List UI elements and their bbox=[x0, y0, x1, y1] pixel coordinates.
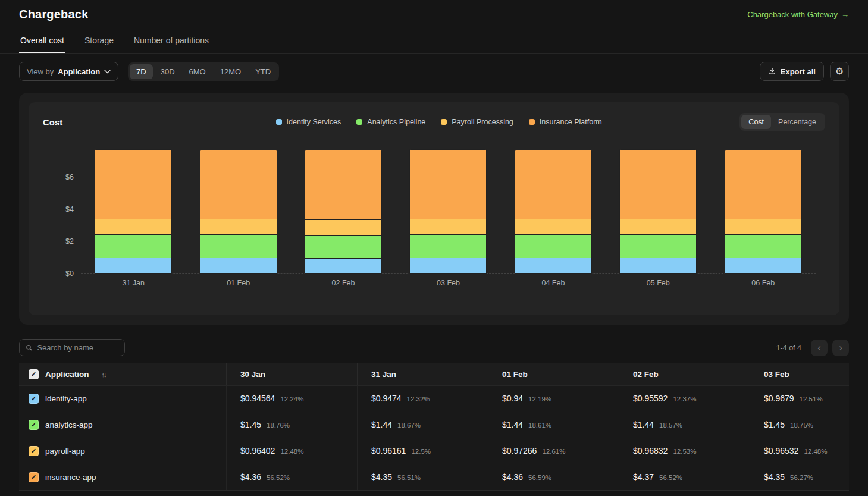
percentage-value: 18.67% bbox=[397, 422, 421, 429]
legend-item-payroll-processing[interactable]: Payroll Processing bbox=[441, 118, 513, 126]
export-all-button[interactable]: Export all bbox=[760, 62, 824, 81]
bar-segment-payroll-processing[interactable] bbox=[409, 219, 487, 235]
row-checkbox-analytics-app[interactable]: ✓ bbox=[29, 420, 39, 430]
top-bar: Chargeback Chargeback with Gateway → bbox=[0, 0, 868, 21]
bar-segment-insurance-platform[interactable] bbox=[409, 149, 487, 219]
bar-segment-identity-services[interactable] bbox=[409, 258, 487, 274]
cost-value: $0.96402 bbox=[240, 446, 275, 456]
percentage-value: 56.52% bbox=[659, 474, 682, 481]
chart-plot: $0$2$4$6 31 Jan01 Feb02 Feb03 Feb04 Feb0… bbox=[45, 139, 820, 291]
cost-value: $1.44 bbox=[633, 420, 654, 429]
search-icon bbox=[26, 344, 32, 351]
percentage-value: 12.51% bbox=[800, 395, 823, 403]
bar-segment-insurance-platform[interactable] bbox=[305, 150, 382, 220]
application-cell-identity-app: ✓identity-app bbox=[19, 386, 226, 412]
sort-icon[interactable]: ↑↓ bbox=[102, 371, 106, 378]
chevron-left-icon: ‹ bbox=[817, 342, 821, 354]
bar-segment-payroll-processing[interactable] bbox=[95, 219, 172, 235]
legend-item-identity-services[interactable]: Identity Services bbox=[276, 118, 341, 126]
row-checkbox-payroll-app[interactable]: ✓ bbox=[29, 446, 39, 456]
legend-item-analytics-pipeline[interactable]: Analytics Pipeline bbox=[356, 118, 425, 126]
bar-segment-analytics-pipeline[interactable] bbox=[619, 235, 697, 258]
legend-label-identity-services: Identity Services bbox=[287, 118, 341, 126]
legend-item-insurance-platform[interactable]: Insurance Platform bbox=[529, 118, 602, 126]
row-checkbox-insurance-app[interactable]: ✓ bbox=[29, 472, 39, 482]
toolbar-right: Export all ⚙ bbox=[760, 62, 849, 81]
bar-segment-analytics-pipeline[interactable] bbox=[95, 235, 172, 258]
bar-segment-insurance-platform[interactable] bbox=[619, 149, 697, 219]
application-name: identity-app bbox=[45, 394, 87, 403]
search-box[interactable] bbox=[19, 339, 125, 356]
chevron-down-icon bbox=[104, 70, 111, 74]
bar-segment-identity-services[interactable] bbox=[619, 258, 697, 274]
search-input[interactable] bbox=[37, 343, 118, 352]
bar-segment-payroll-processing[interactable] bbox=[619, 219, 697, 235]
range-button-30d[interactable]: 30D bbox=[154, 64, 181, 79]
bar-segment-identity-services[interactable] bbox=[200, 258, 277, 274]
bar-segment-insurance-platform[interactable] bbox=[95, 149, 172, 219]
bar-segment-insurance-platform[interactable] bbox=[200, 150, 277, 219]
tab-storage[interactable]: Storage bbox=[83, 31, 115, 53]
range-button-6mo[interactable]: 6MO bbox=[183, 64, 212, 79]
cost-value: $0.96832 bbox=[633, 446, 668, 456]
table-row-insurance-app: ✓insurance-app$4.3656.52%$4.3556.51%$4.3… bbox=[19, 464, 849, 490]
cost-cell: $0.967912.51% bbox=[750, 386, 849, 412]
cost-cell: $1.4418.67% bbox=[357, 412, 488, 438]
tab-number-of-partitions[interactable]: Number of partitions bbox=[133, 31, 210, 53]
x-axis-label-01-feb: 01 Feb bbox=[227, 279, 250, 287]
chart-title: Cost bbox=[43, 117, 138, 127]
range-button-12mo[interactable]: 12MO bbox=[214, 64, 247, 79]
bar-segment-payroll-processing[interactable] bbox=[200, 219, 277, 235]
bar-segment-payroll-processing[interactable] bbox=[725, 219, 802, 235]
cost-cell: $0.9456412.24% bbox=[226, 386, 357, 412]
bar-segment-payroll-processing[interactable] bbox=[515, 219, 592, 235]
bar-segment-insurance-platform[interactable] bbox=[515, 150, 592, 219]
table-row-identity-app: ✓identity-app$0.9456412.24%$0.947412.32%… bbox=[19, 385, 849, 412]
bar-segment-identity-services[interactable] bbox=[725, 258, 802, 274]
row-checkbox-identity-app[interactable]: ✓ bbox=[29, 394, 39, 404]
bar-segment-identity-services[interactable] bbox=[305, 259, 382, 274]
chart-legend: Identity ServicesAnalytics PipelinePayro… bbox=[138, 118, 739, 126]
select-all-checkbox[interactable]: ✓ bbox=[29, 369, 39, 379]
column-header-application: ✓Application↑↓ bbox=[19, 363, 226, 385]
bars-row: 31 Jan01 Feb02 Feb03 Feb04 Feb05 Feb06 F… bbox=[81, 139, 816, 274]
gateway-link[interactable]: Chargeback with Gateway → bbox=[747, 10, 849, 19]
toggle-percentage[interactable]: Percentage bbox=[771, 115, 823, 129]
export-all-label: Export all bbox=[781, 67, 816, 76]
bar-segment-payroll-processing[interactable] bbox=[305, 220, 382, 236]
cost-percentage-toggle: Cost Percentage bbox=[739, 113, 825, 131]
bar-segment-identity-services[interactable] bbox=[95, 258, 172, 274]
table-row-analytics-app: ✓analytics-app$1.4518.76%$1.4418.67%$1.4… bbox=[19, 412, 849, 438]
cost-value: $0.97266 bbox=[502, 446, 537, 456]
cost-value: $1.44 bbox=[502, 420, 523, 429]
applications-table: ✓Application↑↓30 Jan31 Jan01 Feb02 Feb03… bbox=[19, 363, 849, 491]
bar-segment-analytics-pipeline[interactable] bbox=[515, 235, 592, 258]
bar-02-feb: 02 Feb bbox=[305, 150, 382, 274]
range-button-7d[interactable]: 7D bbox=[130, 64, 153, 79]
percentage-value: 12.32% bbox=[407, 395, 430, 403]
bar-04-feb: 04 Feb bbox=[515, 150, 592, 274]
bar-segment-analytics-pipeline[interactable] bbox=[305, 236, 382, 259]
range-button-ytd[interactable]: YTD bbox=[249, 64, 277, 79]
column-header-03-feb: 03 Feb bbox=[750, 363, 849, 385]
legend-label-insurance-platform: Insurance Platform bbox=[540, 118, 602, 126]
settings-button[interactable]: ⚙ bbox=[830, 62, 849, 81]
column-header-label: Application bbox=[45, 370, 89, 379]
bar-segment-identity-services[interactable] bbox=[515, 258, 592, 274]
cost-cell: $0.9653212.48% bbox=[750, 438, 849, 464]
bar-segment-analytics-pipeline[interactable] bbox=[409, 235, 487, 258]
bar-segment-analytics-pipeline[interactable] bbox=[725, 235, 802, 258]
view-by-dropdown[interactable]: View by Application bbox=[19, 62, 118, 81]
cost-cell: $0.9412.19% bbox=[488, 386, 619, 412]
toggle-cost[interactable]: Cost bbox=[741, 115, 771, 129]
tab-overall-cost[interactable]: Overall cost bbox=[19, 31, 65, 53]
legend-label-payroll-processing: Payroll Processing bbox=[452, 118, 513, 126]
prev-page-button[interactable]: ‹ bbox=[811, 340, 828, 356]
application-cell-insurance-app: ✓insurance-app bbox=[19, 464, 226, 490]
percentage-value: 12.48% bbox=[804, 448, 827, 455]
percentage-value: 12.37% bbox=[673, 395, 696, 403]
bar-segment-insurance-platform[interactable] bbox=[725, 150, 802, 219]
next-page-button[interactable]: › bbox=[832, 340, 849, 356]
bar-segment-analytics-pipeline[interactable] bbox=[200, 235, 277, 258]
cost-value: $0.94564 bbox=[240, 394, 275, 403]
